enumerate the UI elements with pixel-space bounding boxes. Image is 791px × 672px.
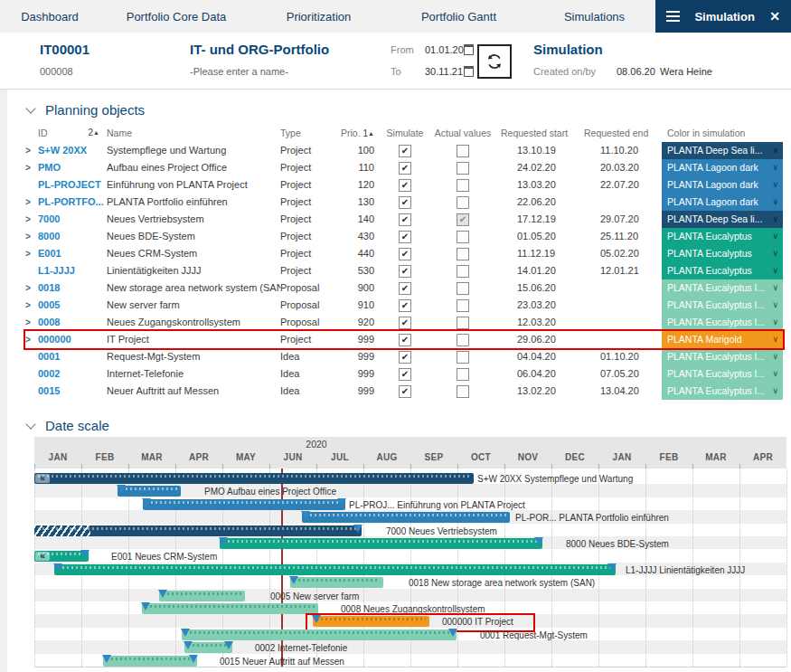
expand-arrow[interactable]: > [25,314,38,331]
gantt-bar[interactable]: « [34,473,474,484]
expand-arrow[interactable]: > [25,142,38,159]
actual-values-checkbox[interactable] [457,299,469,312]
color-in-simulation-dropdown[interactable]: PLANTA Eucalyptus l...∨ [662,348,783,365]
actual-values-checkbox[interactable] [457,385,469,398]
column-header-actual-values[interactable]: Actual values [434,127,492,140]
tab-simulation-active[interactable]: Simulation ✕ [655,0,791,33]
color-in-simulation-dropdown[interactable]: PLANTA Eucalyptus∨ [662,228,783,245]
column-header-id[interactable]: ID 2▲ [38,127,107,140]
simulate-checkbox[interactable]: ✔ [399,317,411,329]
simulate-checkbox[interactable]: ✔ [399,145,411,157]
planning-object-id[interactable]: E001 [38,245,107,262]
color-in-simulation-dropdown[interactable]: PLANTA Eucalyptus∨ [662,245,783,262]
planning-object-id[interactable]: 0015 [38,383,107,400]
actual-values-checkbox[interactable] [457,317,469,329]
close-icon[interactable]: ✕ [769,9,780,24]
color-in-simulation-dropdown[interactable]: PLANTA Marigold∨ [662,331,783,348]
simulate-checkbox[interactable]: ✔ [399,231,411,243]
expand-arrow[interactable]: > [25,331,38,348]
tab-portfolio-gantt[interactable]: Portfolio Gantt [384,0,533,33]
color-in-simulation-dropdown[interactable]: PLANTA Eucalyptus l...∨ [662,279,783,297]
actual-values-checkbox[interactable] [457,248,469,260]
column-header-type[interactable]: Type [280,127,336,140]
color-in-simulation-dropdown[interactable]: PLANTA Deep Sea li...∨ [662,211,783,228]
planning-object-id[interactable]: 0008 [38,314,107,331]
actual-values-checkbox[interactable] [457,368,469,381]
actual-values-checkbox[interactable] [457,265,469,278]
column-header-requested-start[interactable]: Requested start [492,127,575,140]
planning-object-id[interactable]: 0002 [38,365,107,383]
planning-object-id[interactable]: PL-PORTFO... [38,194,107,211]
planning-object-id[interactable]: 0018 [38,279,107,297]
simulate-checkbox[interactable]: ✔ [399,213,411,226]
actual-values-checkbox[interactable]: ✔ [457,213,469,226]
gantt-bar[interactable] [290,577,383,588]
name-input-placeholder[interactable]: -Please enter a name- [190,66,288,77]
color-in-simulation-dropdown[interactable]: PLANTA Eucalyptus l...∨ [662,365,783,383]
tab-prioritization[interactable]: Prioritization [253,0,384,33]
column-header-requested-end[interactable]: Requested end [575,127,662,140]
gantt-bar[interactable] [103,656,197,667]
simulate-checkbox[interactable]: ✔ [399,248,411,260]
color-in-simulation-dropdown[interactable]: PLANTA Lagoon dark∨ [662,194,783,211]
planning-object-id[interactable]: 8000 [38,228,107,245]
calendar-icon[interactable] [464,44,474,55]
refresh-button[interactable] [477,44,512,79]
gantt-bar[interactable] [143,499,345,510]
color-in-simulation-dropdown[interactable]: PLANTA Eucalyptus l...∨ [662,297,783,314]
tab-portfolio-core-data[interactable]: Portfolio Core Data [99,0,253,33]
expand-arrow[interactable]: > [25,159,38,176]
planning-object-id[interactable]: PMO [38,159,107,176]
chevron-down-icon[interactable] [25,419,35,429]
simulate-checkbox[interactable]: ✔ [399,282,411,295]
tab-simulations[interactable]: Simulations [533,0,655,33]
color-in-simulation-dropdown[interactable]: PLANTA Eucalyptus∨ [662,262,783,279]
simulate-checkbox[interactable]: ✔ [399,179,411,192]
calendar-icon[interactable] [464,66,474,77]
color-in-simulation-dropdown[interactable]: PLANTA Lagoon dark∨ [662,159,783,176]
gantt-bar[interactable] [159,591,245,601]
gantt-bar[interactable] [302,512,510,523]
actual-values-checkbox[interactable] [457,162,469,175]
planning-object-id[interactable]: 000000 [38,331,107,348]
color-in-simulation-dropdown[interactable]: PLANTA Deep Sea li...∨ [662,142,783,159]
expand-arrow[interactable]: > [25,211,38,228]
actual-values-checkbox[interactable] [457,351,469,364]
gantt-bar[interactable] [34,525,362,536]
color-in-simulation-dropdown[interactable]: PLANTA Eucalyptus l...∨ [662,383,783,400]
actual-values-checkbox[interactable] [457,231,469,243]
simulate-checkbox[interactable]: ✔ [399,351,411,364]
column-header-simulate[interactable]: Simulate [376,127,434,140]
gantt-bar[interactable] [118,486,181,497]
gantt-bar[interactable] [182,629,457,640]
actual-values-checkbox[interactable] [457,196,469,209]
expand-arrow[interactable]: > [25,228,38,245]
simulate-checkbox[interactable]: ✔ [399,265,411,278]
planning-object-id[interactable]: 0001 [38,348,107,365]
planning-object-id[interactable]: 7000 [38,211,107,228]
actual-values-checkbox[interactable] [457,334,469,346]
expand-arrow[interactable]: > [25,245,38,262]
gantt-bar[interactable] [220,538,542,549]
planning-object-id[interactable]: PL-PROJECT [38,176,107,194]
simulate-checkbox[interactable]: ✔ [399,162,411,175]
expand-arrow[interactable]: > [25,194,38,211]
simulate-checkbox[interactable]: ✔ [399,334,411,346]
tab-dashboard[interactable]: Dashboard [0,0,99,33]
planning-object-id[interactable]: S+W 20XX [38,142,107,159]
color-in-simulation-dropdown[interactable]: PLANTA Lagoon dark∨ [662,176,783,194]
actual-values-checkbox[interactable] [457,179,469,192]
column-header-color[interactable]: Color in simulation [662,127,783,140]
actual-values-checkbox[interactable] [457,145,469,157]
planning-object-id[interactable]: 0005 [38,297,107,314]
actual-values-checkbox[interactable] [457,282,469,295]
planning-object-id[interactable]: L1-JJJJ [38,262,107,279]
column-header-prio[interactable]: Prio. 1▲ [336,127,376,140]
simulate-checkbox[interactable]: ✔ [399,385,411,398]
simulate-checkbox[interactable]: ✔ [399,368,411,381]
from-date-field[interactable]: 01.01.20 [425,44,464,55]
simulate-checkbox[interactable]: ✔ [399,196,411,209]
simulate-checkbox[interactable]: ✔ [399,299,411,312]
to-date-field[interactable]: 30.11.21 [425,66,463,77]
color-in-simulation-dropdown[interactable]: PLANTA Eucalyptus l...∨ [662,314,783,331]
